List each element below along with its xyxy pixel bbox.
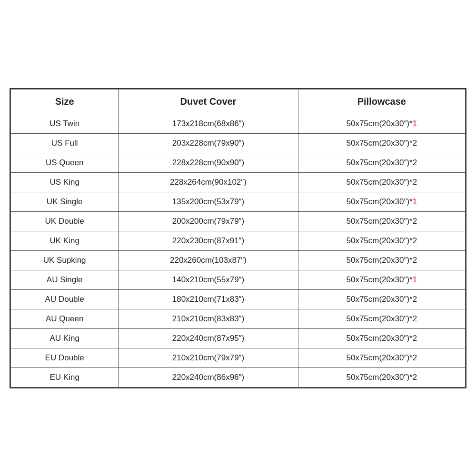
size-cell: US Full xyxy=(11,133,119,153)
table-row: AU Queen210x210cm(83x83″)50x75cm(20x30″)… xyxy=(11,309,466,328)
duvet-cell: 220x240cm(87x95″) xyxy=(119,328,298,348)
table-row: AU Double180x210cm(71x83″)50x75cm(20x30″… xyxy=(11,289,466,309)
pillowcase-cell: 50x75cm(20x30″)*1 xyxy=(298,114,465,133)
table-row: US Queen228x228cm(90x90″)50x75cm(20x30″)… xyxy=(11,153,466,172)
duvet-cell: 180x210cm(71x83″) xyxy=(119,289,298,309)
size-cell: EU King xyxy=(11,367,119,387)
header-size: Size xyxy=(11,89,119,114)
pillowcase-cell: 50x75cm(20x30″)*2 xyxy=(298,172,465,192)
duvet-cell: 220x230cm(87x91″) xyxy=(119,231,298,250)
pillowcase-cell: 50x75cm(20x30″)*2 xyxy=(298,367,465,387)
size-cell: EU Double xyxy=(11,348,119,367)
pillowcase-cell: 50x75cm(20x30″)*2 xyxy=(298,231,465,250)
size-cell: UK King xyxy=(11,231,119,250)
table-row: AU King220x240cm(87x95″)50x75cm(20x30″)*… xyxy=(11,328,466,348)
size-cell: UK Double xyxy=(11,211,119,231)
pillowcase-cell: 50x75cm(20x30″)*2 xyxy=(298,153,465,172)
duvet-cell: 135x200cm(53x79″) xyxy=(119,192,298,211)
table-row: UK Single135x200cm(53x79″)50x75cm(20x30″… xyxy=(11,192,466,211)
pillowcase-cell: 50x75cm(20x30″)*2 xyxy=(298,348,465,367)
duvet-cell: 140x210cm(55x79″) xyxy=(119,270,298,289)
duvet-cell: 173x218cm(68x86″) xyxy=(119,114,298,133)
table-row: US Full203x228cm(79x90″)50x75cm(20x30″)*… xyxy=(11,133,466,153)
table-row: US Twin173x218cm(68x86″)50x75cm(20x30″)*… xyxy=(11,114,466,133)
size-cell: AU King xyxy=(11,328,119,348)
table-row: EU Double210x210cm(79x79″)50x75cm(20x30″… xyxy=(11,348,466,367)
size-cell: AU Double xyxy=(11,289,119,309)
size-cell: US King xyxy=(11,172,119,192)
table-row: UK Double200x200cm(79x79″)50x75cm(20x30″… xyxy=(11,211,466,231)
duvet-cell: 228x228cm(90x90″) xyxy=(119,153,298,172)
duvet-cell: 210x210cm(83x83″) xyxy=(119,309,298,328)
size-cell: US Twin xyxy=(11,114,119,133)
table-row: EU King220x240cm(86x96″)50x75cm(20x30″)*… xyxy=(11,367,466,387)
size-cell: UK Single xyxy=(11,192,119,211)
duvet-cell: 220x260cm(103x87″) xyxy=(119,250,298,270)
pillowcase-cell: 50x75cm(20x30″)*2 xyxy=(298,328,465,348)
table-row: UK Supking220x260cm(103x87″)50x75cm(20x3… xyxy=(11,250,466,270)
duvet-cell: 228x264cm(90x102″) xyxy=(119,172,298,192)
duvet-cell: 200x200cm(79x79″) xyxy=(119,211,298,231)
duvet-cell: 220x240cm(86x96″) xyxy=(119,367,298,387)
pillowcase-cell: 50x75cm(20x30″)*1 xyxy=(298,192,465,211)
pillowcase-cell: 50x75cm(20x30″)*1 xyxy=(298,270,465,289)
duvet-cell: 203x228cm(79x90″) xyxy=(119,133,298,153)
pillowcase-cell: 50x75cm(20x30″)*2 xyxy=(298,250,465,270)
header-duvet: Duvet Cover xyxy=(119,89,298,114)
size-cell: AU Single xyxy=(11,270,119,289)
size-cell: UK Supking xyxy=(11,250,119,270)
table-row: AU Single140x210cm(55x79″)50x75cm(20x30″… xyxy=(11,270,466,289)
size-cell: US Queen xyxy=(11,153,119,172)
size-chart-container: Size Duvet Cover Pillowcase US Twin173x2… xyxy=(10,88,466,388)
table-row: UK King220x230cm(87x91″)50x75cm(20x30″)*… xyxy=(11,231,466,250)
table-header-row: Size Duvet Cover Pillowcase xyxy=(11,89,466,114)
pillowcase-cell: 50x75cm(20x30″)*2 xyxy=(298,289,465,309)
duvet-cell: 210x210cm(79x79″) xyxy=(119,348,298,367)
table-row: US King228x264cm(90x102″)50x75cm(20x30″)… xyxy=(11,172,466,192)
pillowcase-cell: 50x75cm(20x30″)*2 xyxy=(298,133,465,153)
header-pillowcase: Pillowcase xyxy=(298,89,465,114)
size-chart-table: Size Duvet Cover Pillowcase US Twin173x2… xyxy=(10,89,466,387)
size-cell: AU Queen xyxy=(11,309,119,328)
pillowcase-cell: 50x75cm(20x30″)*2 xyxy=(298,211,465,231)
pillowcase-cell: 50x75cm(20x30″)*2 xyxy=(298,309,465,328)
